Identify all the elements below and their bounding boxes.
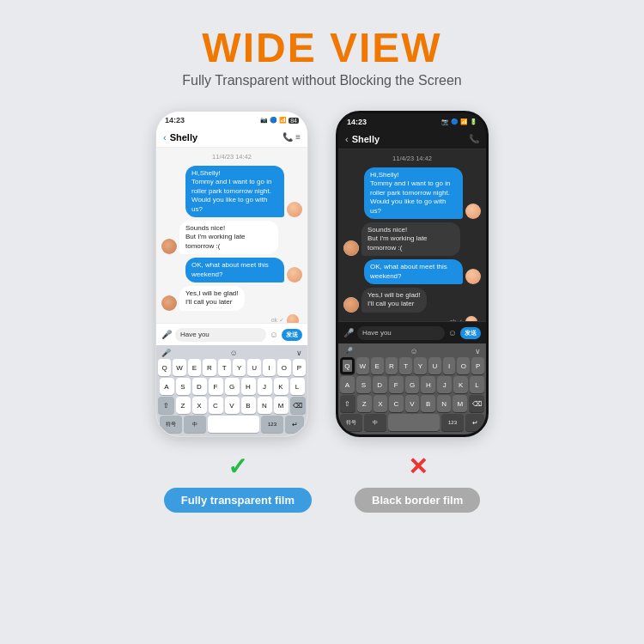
msg-sent-2: OK, what about meet this weekend?: [161, 258, 302, 283]
mic-icon-right: 🎤: [343, 328, 354, 337]
msg-recv-2: Yes,I will be glad!I'll call you later: [161, 286, 302, 311]
emoji-icon-left: ☺: [270, 330, 278, 339]
chat-header-right: ‹ Shelly 📞: [338, 129, 486, 149]
avatar-recv-r2: [343, 297, 359, 313]
kb-icon-r2: ☺: [410, 347, 417, 355]
transparent-film-label: Fully transparent film: [164, 488, 312, 513]
date-label-right: 11/4/23 14:42: [343, 155, 481, 162]
input-area-left: 🎤 Have you ☺ 发送: [156, 323, 307, 345]
status-time-left: 14:23: [165, 116, 185, 125]
chat-header-left: ‹ Shelly 📞 ≡: [156, 127, 307, 148]
bubble-recv-1: Sounds nice!But I'm working late tomorro…: [179, 221, 278, 254]
status-bar-right: 14:23 📷 🔵 📶 🔋: [338, 113, 486, 129]
send-btn-left[interactable]: 发送: [282, 329, 302, 341]
kb-icon-r3: ∨: [475, 347, 481, 355]
phone-black-border: 14:23 📷 🔵 📶 🔋 ‹ Shelly 📞 11/4/23 14:42 H…: [336, 111, 489, 437]
header-icons-right: 📞: [469, 134, 479, 143]
contact-name-right: Shelly: [352, 134, 469, 144]
ok-text-left: ok ✓: [271, 317, 284, 323]
msg-sent-r2: OK, what about meet this weekend?: [343, 259, 481, 284]
black-border-label: Black border film: [355, 488, 480, 513]
bubble-sent-1: Hi,Shelly!Tommy and I want to go in roll…: [185, 166, 284, 217]
chat-body-right: 11/4/23 14:42 Hi,Shelly!Tommy and I want…: [338, 149, 486, 321]
bubble-recv-2: Yes,I will be glad!I'll call you later: [179, 286, 245, 311]
msg-recv-r1: Sounds nice!But I'm working late tomorro…: [343, 222, 481, 256]
page-subtitle: Fully Transparent without Blocking the S…: [182, 73, 462, 88]
kb-icon-2: ☺: [229, 349, 237, 357]
avatar-recv-1: [161, 239, 177, 254]
kb-toolbar-right: 🎤 ☺ ∨: [340, 346, 484, 357]
msg-sent-r1: Hi,Shelly!Tommy and I want to go in roll…: [343, 167, 481, 219]
bubble-recv-r1: Sounds nice!But I'm working late tomorro…: [361, 222, 460, 256]
avatar-recv-r1: [343, 240, 359, 256]
bottom-labels: ✓ Fully transparent film ✕ Black border …: [164, 453, 480, 513]
avatar-sent-r1: [465, 204, 481, 219]
status-icons-right: 📷 🔵 📶 🔋: [441, 118, 477, 125]
status-icons-left: 📷 🔵 📶 84: [260, 117, 299, 124]
avatar-sent-r2: [465, 269, 481, 284]
avatar-sent-1: [287, 202, 302, 217]
keyboard-left: 🎤 ☺ ∨ QWERTYUIOP ASDFGHJKL ⇧ZXCVBNM⌫ 符号 …: [156, 345, 307, 436]
kb-toolbar-left: 🎤 ☺ ∨: [158, 348, 306, 359]
ok-avatar-left: [287, 314, 299, 323]
ok-row-left: ok ✓: [161, 314, 302, 323]
kb-row-1: QWERTYUIOP: [158, 359, 306, 376]
keyboard-right: 🎤 ☺ ∨ QWERTYUIOP ASDFGHJKL ⇧ZXCVBNM⌫ 符号 …: [338, 343, 486, 434]
chat-body-left: 11/4/23 14:42 Hi,Shelly!Tommy and I want…: [156, 148, 307, 323]
kb-row-4: 符号 中 123 ↵: [158, 416, 306, 433]
msg-recv-1: Sounds nice!But I'm working late tomorro…: [161, 221, 302, 254]
kb-icon-r1: 🎤: [343, 347, 353, 355]
input-box-left: Have you: [175, 328, 266, 342]
msg-sent-1: Hi,Shelly!Tommy and I want to go in roll…: [161, 166, 302, 217]
label-group-black: ✕ Black border film: [355, 453, 480, 513]
bubble-sent-r1: Hi,Shelly!Tommy and I want to go in roll…: [364, 167, 463, 219]
kb-row-2: ASDFGHJKL: [158, 378, 306, 395]
contact-name-left: Shelly: [170, 132, 283, 143]
msg-recv-r2: Yes,I will be glad!I'll call you later: [343, 288, 481, 313]
bubble-recv-r2: Yes,I will be glad!I'll call you later: [361, 288, 427, 313]
phone-transparent: 14:23 📷 🔵 📶 84 ‹ Shelly 📞 ≡ 11/4/23 14:4…: [155, 111, 308, 437]
avatar-recv-2: [161, 295, 177, 311]
input-area-right: 🎤 Have you ☺ 发送: [338, 321, 486, 343]
page-title: WIDE VIEW: [182, 24, 462, 71]
checkmark-icon: ✓: [228, 453, 247, 481]
status-bar-left: 14:23 📷 🔵 📶 84: [156, 112, 307, 127]
kb-row-3: ⇧ZXCVBNM⌫: [158, 397, 306, 414]
kb-row-r4: 符号 中 123 ↵: [340, 414, 484, 431]
bubble-sent-2: OK, what about meet this weekend?: [185, 258, 284, 283]
kb-row-r3: ⇧ZXCVBNM⌫: [340, 395, 484, 412]
send-btn-right[interactable]: 发送: [460, 327, 481, 339]
label-group-transparent: ✓ Fully transparent film: [164, 453, 312, 513]
avatar-sent-2: [287, 267, 302, 283]
kb-icon-3: ∨: [296, 349, 302, 357]
emoji-icon-right: ☺: [448, 328, 457, 337]
mic-icon-left: 🎤: [161, 330, 172, 339]
header-icons-left: 📞 ≡: [283, 132, 301, 142]
page-header: WIDE VIEW Fully Transparent without Bloc…: [182, 0, 462, 88]
phones-comparison: 14:23 📷 🔵 📶 84 ‹ Shelly 📞 ≡ 11/4/23 14:4…: [155, 111, 489, 437]
input-box-right: Have you: [357, 326, 445, 340]
status-time-right: 14:23: [347, 118, 367, 126]
kb-row-r2: ASDFGHJKL: [340, 376, 484, 393]
kb-icon-1: 🎤: [161, 349, 171, 357]
back-arrow-right: ‹: [345, 134, 349, 144]
cross-icon: ✕: [408, 453, 428, 481]
back-arrow-left: ‹: [163, 132, 167, 143]
bubble-sent-r2: OK, what about meet this weekend?: [364, 259, 463, 284]
kb-row-r1: QWERTYUIOP: [340, 357, 484, 374]
date-label-left: 11/4/23 14:42: [161, 153, 302, 161]
